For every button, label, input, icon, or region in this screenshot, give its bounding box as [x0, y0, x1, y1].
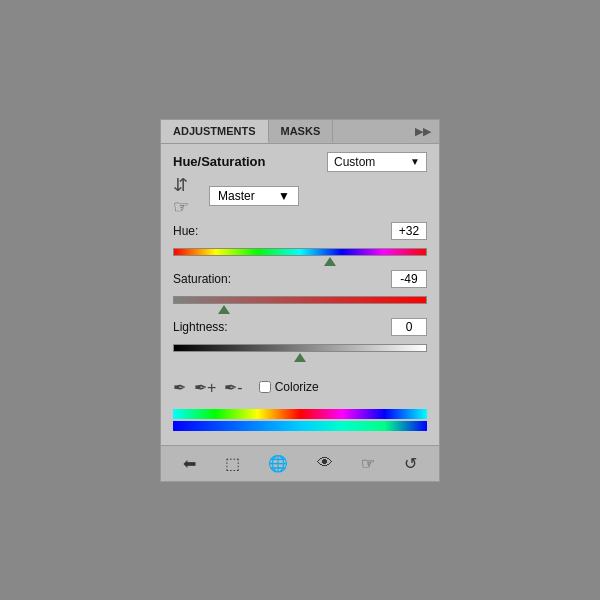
- saturation-slider-track-container[interactable]: [173, 290, 427, 310]
- saturation-thumb[interactable]: [218, 305, 230, 314]
- colorize-check: Colorize: [259, 380, 319, 394]
- preset-row: Hue/Saturation Custom ▼: [173, 152, 427, 172]
- hue-thumb[interactable]: [324, 257, 336, 266]
- preset-label: Hue/Saturation: [173, 154, 265, 169]
- hue-track: [173, 248, 427, 256]
- lightness-section: Lightness: 0: [173, 318, 427, 358]
- eye-button[interactable]: 👁: [313, 452, 337, 474]
- colorize-label: Colorize: [275, 380, 319, 394]
- blue-bar: [173, 421, 427, 431]
- hue-value[interactable]: +32: [391, 222, 427, 240]
- hand-button[interactable]: ☞: [357, 452, 379, 475]
- channel-icon: ⇵☞: [173, 182, 201, 210]
- channel-arrow: ▼: [278, 189, 290, 203]
- preset-dropdown[interactable]: Custom ▼: [327, 152, 427, 172]
- eyedropper-tools: ✒ ✒+ ✒-: [173, 378, 243, 397]
- saturation-value[interactable]: -49: [391, 270, 427, 288]
- saturation-label-row: Saturation: -49: [173, 270, 427, 288]
- hue-slider-track-container[interactable]: [173, 242, 427, 262]
- tab-arrows: ▶▶: [407, 120, 439, 143]
- globe-button[interactable]: 🌐: [264, 452, 292, 475]
- eyedropper-minus-icon[interactable]: ✒-: [224, 378, 242, 397]
- hue-label-row: Hue: +32: [173, 222, 427, 240]
- eyedropper-icon[interactable]: ✒: [173, 378, 186, 397]
- bottom-toolbar: ⬅ ⬚ 🌐 👁 ☞ ↺: [161, 445, 439, 481]
- lightness-label-row: Lightness: 0: [173, 318, 427, 336]
- lightness-track: [173, 344, 427, 352]
- tab-masks[interactable]: MASKS: [269, 120, 334, 142]
- back-button[interactable]: ⬅: [179, 452, 200, 475]
- eyedropper-plus-icon[interactable]: ✒+: [194, 378, 216, 397]
- lightness-thumb[interactable]: [294, 353, 306, 362]
- colorize-row: ✒ ✒+ ✒- Colorize: [173, 378, 427, 397]
- lightness-value[interactable]: 0: [391, 318, 427, 336]
- tab-adjustments[interactable]: ADJUSTMENTS: [161, 120, 269, 143]
- color-bars: [173, 409, 427, 431]
- hue-label: Hue:: [173, 224, 198, 238]
- tabs-row: ADJUSTMENTS MASKS ▶▶: [161, 120, 439, 144]
- lightness-slider-track-container[interactable]: [173, 338, 427, 358]
- refresh-button[interactable]: ↺: [400, 452, 421, 475]
- colorize-checkbox[interactable]: [259, 381, 271, 393]
- rainbow-bar: [173, 409, 427, 419]
- saturation-section: Saturation: -49: [173, 270, 427, 310]
- saturation-track: [173, 296, 427, 304]
- adjustments-panel: ADJUSTMENTS MASKS ▶▶ Hue/Saturation Cust…: [160, 119, 440, 482]
- channel-value: Master: [218, 189, 255, 203]
- panel-body: Hue/Saturation Custom ▼ ⇵☞ Master ▼: [161, 144, 439, 445]
- select-button[interactable]: ⬚: [221, 452, 244, 475]
- lightness-label: Lightness:: [173, 320, 228, 334]
- preset-value: Custom: [334, 155, 375, 169]
- preset-arrow: ▼: [410, 156, 420, 167]
- saturation-label: Saturation:: [173, 272, 231, 286]
- channel-row: ⇵☞ Master ▼: [173, 182, 427, 210]
- hue-section: Hue: +32: [173, 222, 427, 262]
- channel-dropdown[interactable]: Master ▼: [209, 186, 299, 206]
